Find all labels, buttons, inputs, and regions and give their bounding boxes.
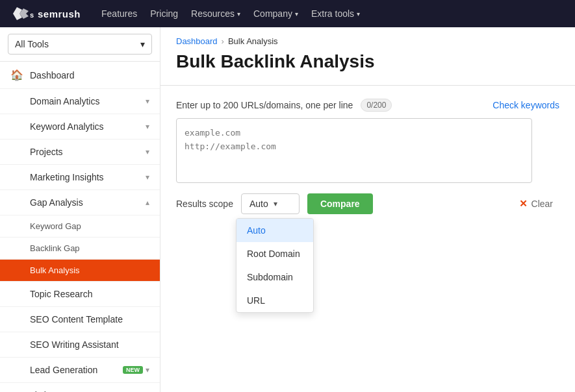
sidebar-label-seo-content-template: SEO Content Template	[30, 314, 149, 325]
dropdown-item-root-domain[interactable]: Root Domain	[236, 242, 313, 265]
breadcrumb: Dashboard › Bulk Analysis	[160, 27, 575, 46]
sidebar-item-dashboard[interactable]: 🏠 Dashboard	[0, 62, 160, 89]
home-icon: 🏠	[10, 69, 23, 81]
main-content: Dashboard › Bulk Analysis Bulk Backlink …	[160, 27, 575, 392]
compare-button[interactable]: Compare	[307, 193, 373, 214]
sidebar-item-marketing-insights[interactable]: Marketing Insights ▾	[0, 165, 160, 190]
keyword-analytics-arrow: ▾	[146, 122, 149, 131]
sidebar-label-keyword-analytics: Keyword Analytics	[30, 121, 146, 132]
check-keywords-link[interactable]: Check keywords	[492, 100, 559, 110]
sidebar-label-dashboard: Dashboard	[30, 70, 149, 80]
url-input-row: Enter up to 200 URLs/domains, one per li…	[176, 99, 559, 112]
sidebar-item-gap-analysis[interactable]: Gap Analysis ▴	[0, 190, 160, 215]
sidebar-item-seo-writing-assistant[interactable]: SEO Writing Assistant	[0, 332, 160, 358]
url-input-label: Enter up to 200 URLs/domains, one per li…	[176, 100, 353, 110]
marketing-insights-arrow: ▾	[146, 173, 149, 182]
sidebar: All Tools ▾ 🏠 Dashboard Domain Analytics…	[0, 27, 160, 392]
dropdown-item-url[interactable]: URL	[236, 289, 313, 312]
sidebar-label-lead-generation: Lead Generation	[30, 365, 119, 375]
sidebar-item-domain-analytics[interactable]: Domain Analytics ▾	[0, 89, 160, 114]
sidebar-label-domain-analytics: Domain Analytics	[30, 96, 146, 106]
dropdown-item-subdomain[interactable]: Subdomain	[236, 265, 313, 289]
scope-row: Results scope Auto ▾ Compare Auto Root D…	[176, 193, 559, 214]
sidebar-label-topic-research: Topic Research	[30, 289, 149, 299]
nav-resources[interactable]: Resources ▾	[191, 8, 240, 19]
sidebar-item-projects[interactable]: Projects ▾	[0, 140, 160, 165]
nav-extra-tools[interactable]: Extra tools ▾	[311, 8, 360, 19]
nav-features[interactable]: Features	[101, 8, 137, 19]
lead-generation-arrow: ▾	[146, 365, 149, 374]
scope-dropdown-menu: Auto Root Domain Subdomain URL	[236, 218, 314, 313]
scope-selected-value: Auto	[249, 199, 268, 209]
content-divider	[160, 85, 575, 86]
scope-select[interactable]: Auto ▾	[241, 193, 300, 214]
extra-tools-arrow: ▾	[357, 10, 360, 18]
sidebar-label-marketing-insights: Marketing Insights	[30, 172, 146, 182]
brand-text: semrush	[38, 8, 81, 19]
content-area: Enter up to 200 URLs/domains, one per li…	[160, 99, 575, 214]
company-arrow: ▾	[295, 10, 298, 18]
nav-pricing[interactable]: Pricing	[150, 8, 178, 19]
sidebar-label-bulk-analysis: Bulk Analysis	[30, 265, 80, 275]
sidebar-item-listing-management[interactable]: Listing Management	[0, 383, 160, 392]
sidebar-item-lead-generation[interactable]: Lead Generation NEW ▾	[0, 358, 160, 383]
semrush-logo-icon: semrush	[10, 5, 34, 23]
scope-label: Results scope	[176, 199, 233, 209]
projects-arrow: ▾	[146, 147, 149, 156]
layout: All Tools ▾ 🏠 Dashboard Domain Analytics…	[0, 27, 575, 392]
all-tools-label: All Tools	[15, 39, 49, 49]
nav-company[interactable]: Company ▾	[253, 8, 298, 19]
sidebar-label-seo-writing-assistant: SEO Writing Assistant	[30, 339, 149, 350]
breadcrumb-current: Bulk Analysis	[228, 36, 278, 46]
gap-analysis-arrow: ▴	[146, 198, 149, 207]
sidebar-label-keyword-gap: Keyword Gap	[30, 221, 81, 231]
sidebar-item-backlink-gap[interactable]: Backlink Gap	[0, 238, 160, 260]
sidebar-item-seo-content-template[interactable]: SEO Content Template	[0, 307, 160, 332]
sidebar-item-bulk-analysis[interactable]: Bulk Analysis	[0, 260, 160, 282]
sidebar-item-keyword-gap[interactable]: Keyword Gap	[0, 215, 160, 238]
sidebar-item-topic-research[interactable]: Topic Research	[0, 282, 160, 307]
clear-label: Clear	[531, 199, 553, 209]
clear-x-icon: ✕	[519, 198, 528, 210]
clear-button[interactable]: ✕ Clear	[513, 194, 559, 214]
domain-analytics-arrow: ▾	[146, 97, 149, 106]
sidebar-item-keyword-analytics[interactable]: Keyword Analytics ▾	[0, 114, 160, 140]
navbar: semrush semrush Features Pricing Resourc…	[0, 0, 575, 27]
scope-dropdown-arrow: ▾	[274, 199, 277, 208]
sidebar-label-backlink-gap: Backlink Gap	[30, 243, 80, 253]
all-tools-select[interactable]: All Tools ▾	[8, 34, 152, 55]
breadcrumb-separator: ›	[222, 36, 224, 46]
nav-links: Features Pricing Resources ▾ Company ▾ E…	[101, 8, 360, 19]
resources-arrow: ▾	[237, 10, 240, 18]
dropdown-item-auto[interactable]: Auto	[236, 219, 313, 242]
all-tools-container: All Tools ▾	[0, 27, 160, 62]
svg-text:semrush: semrush	[30, 11, 34, 19]
semrush-logo: semrush semrush	[10, 5, 81, 23]
page-title: Bulk Backlink Analysis	[160, 46, 575, 85]
url-count-badge: 0/200	[361, 99, 392, 112]
breadcrumb-dashboard[interactable]: Dashboard	[176, 36, 218, 46]
sidebar-label-projects: Projects	[30, 147, 146, 157]
chevron-down-icon: ▾	[140, 39, 145, 49]
new-badge: NEW	[123, 366, 143, 374]
sidebar-label-gap-analysis: Gap Analysis	[30, 197, 146, 208]
urls-textarea[interactable]	[176, 118, 532, 183]
